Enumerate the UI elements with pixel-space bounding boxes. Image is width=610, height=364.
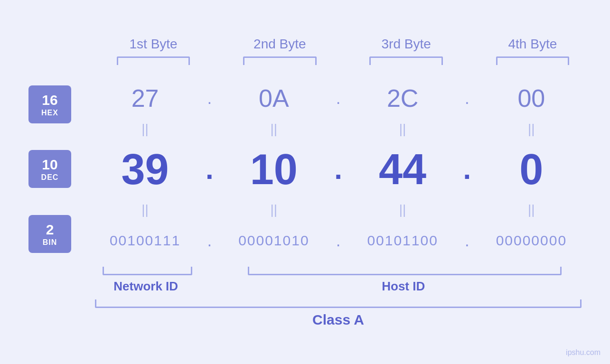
bracket-cell-3 bbox=[357, 56, 455, 65]
network-bracket bbox=[103, 267, 192, 275]
byte-headers: 1st Byte 2nd Byte 3rd Byte 4th Byte bbox=[28, 37, 582, 52]
eq2-b4: || bbox=[481, 203, 582, 216]
hex-dot1: . bbox=[195, 89, 224, 108]
network-id-label-cell: Network ID bbox=[95, 279, 197, 294]
hex-dot3: . bbox=[453, 89, 481, 108]
byte2-header: 2nd Byte bbox=[231, 37, 328, 52]
byte4-header: 4th Byte bbox=[484, 37, 582, 52]
class-bracket bbox=[95, 299, 582, 308]
host-bracket-wrap bbox=[228, 267, 582, 275]
bin-b4-value: 00000000 bbox=[496, 233, 567, 248]
hex-base-label: HEX bbox=[41, 109, 58, 117]
dec-dot3: . bbox=[453, 155, 481, 184]
equals-row-1: || || || || bbox=[95, 117, 582, 141]
bin-b2-cell: 00001010 bbox=[224, 233, 324, 249]
eq2-b1: || bbox=[95, 203, 195, 216]
hex-b2-value: 0A bbox=[259, 84, 289, 112]
bin-b1-cell: 00100111 bbox=[95, 233, 195, 249]
dec-base-label: DEC bbox=[41, 173, 59, 182]
bin-b1-value: 00100111 bbox=[110, 233, 180, 248]
bin-dot2: . bbox=[324, 231, 353, 250]
byte1-header: 1st Byte bbox=[104, 37, 202, 52]
bottom-section: Network ID Host ID bbox=[28, 267, 582, 294]
data-rows: 27 . 0A . 2C . 00 || || bbox=[95, 79, 582, 260]
top-bracket-3 bbox=[369, 56, 443, 65]
hex-dot2: . bbox=[324, 89, 353, 108]
dec-b4-value: 0 bbox=[519, 146, 543, 193]
hex-b1-cell: 27 bbox=[95, 84, 195, 112]
dec-b3-value: 44 bbox=[379, 146, 426, 193]
bin-dot1: . bbox=[195, 231, 224, 250]
host-bracket bbox=[248, 267, 562, 275]
eq1-b4: || bbox=[481, 122, 582, 136]
bin-base-number: 2 bbox=[46, 221, 54, 238]
dec-b1-value: 39 bbox=[122, 146, 169, 193]
class-label: Class A bbox=[95, 312, 582, 328]
bottom-labels-row: Network ID Host ID bbox=[95, 279, 582, 294]
eq1-b2: || bbox=[224, 122, 324, 136]
bin-b3-cell: 00101100 bbox=[353, 233, 453, 249]
hex-b3-value: 2C bbox=[387, 84, 418, 112]
dec-b3-cell: 44 bbox=[353, 148, 453, 191]
dec-b2-value: 10 bbox=[250, 146, 298, 193]
base-labels: 16 HEX 10 DEC 2 BIN bbox=[28, 79, 95, 260]
hex-badge: 16 HEX bbox=[28, 85, 71, 123]
hex-row: 27 . 0A . 2C . 00 bbox=[95, 79, 582, 117]
class-row: Class A bbox=[28, 299, 582, 328]
main-container: 1st Byte 2nd Byte 3rd Byte 4th Byte 16 bbox=[0, 0, 610, 364]
hex-b3-cell: 2C bbox=[353, 84, 453, 112]
bottom-brackets-row bbox=[95, 267, 582, 275]
dec-b2-cell: 10 bbox=[224, 148, 324, 191]
hex-b4-value: 00 bbox=[517, 84, 545, 112]
bin-b2-value: 00001010 bbox=[238, 233, 309, 248]
top-bracket-4 bbox=[496, 56, 570, 65]
bin-dot3: . bbox=[453, 231, 481, 250]
bracket-cell-2 bbox=[231, 56, 328, 65]
dec-b4-cell: 0 bbox=[481, 148, 582, 191]
dec-row: 39 . 10 . 44 . 0 bbox=[95, 141, 582, 198]
dec-base-number: 10 bbox=[42, 156, 57, 173]
bin-base-label: BIN bbox=[43, 238, 57, 247]
hex-b2-cell: 0A bbox=[224, 84, 324, 112]
top-bracket-1 bbox=[117, 56, 190, 65]
dec-badge: 10 DEC bbox=[28, 150, 71, 188]
watermark: ipshu.com bbox=[566, 348, 601, 357]
bin-b4-cell: 00000000 bbox=[481, 233, 582, 249]
network-bracket-wrap bbox=[95, 267, 199, 275]
host-id-label: Host ID bbox=[382, 279, 425, 293]
host-id-label-cell: Host ID bbox=[225, 279, 582, 294]
eq2-b2: || bbox=[224, 203, 324, 216]
dec-b1-cell: 39 bbox=[95, 148, 195, 191]
bin-b3-value: 00101100 bbox=[367, 233, 438, 248]
top-bracket-2 bbox=[243, 56, 317, 65]
hex-b4-cell: 00 bbox=[481, 84, 582, 112]
equals-row-2: || || || || bbox=[95, 198, 582, 222]
top-brackets bbox=[28, 56, 582, 65]
eq2-b3: || bbox=[353, 203, 453, 216]
byte3-header: 3rd Byte bbox=[357, 37, 455, 52]
eq1-b1: || bbox=[95, 122, 195, 136]
hex-b1-value: 27 bbox=[131, 84, 159, 112]
dec-dot2: . bbox=[324, 155, 353, 184]
dec-dot1: . bbox=[195, 155, 224, 184]
eq1-b3: || bbox=[353, 122, 453, 136]
main-content: 16 HEX 10 DEC 2 BIN 27 . 0A bbox=[28, 79, 582, 260]
bracket-cell-1 bbox=[104, 56, 202, 65]
bin-row: 00100111 . 00001010 . 00101100 . 0000000… bbox=[95, 222, 582, 260]
hex-base-number: 16 bbox=[42, 92, 57, 109]
bracket-cell-4 bbox=[484, 56, 582, 65]
bin-badge: 2 BIN bbox=[28, 215, 71, 253]
network-id-label: Network ID bbox=[113, 279, 178, 293]
